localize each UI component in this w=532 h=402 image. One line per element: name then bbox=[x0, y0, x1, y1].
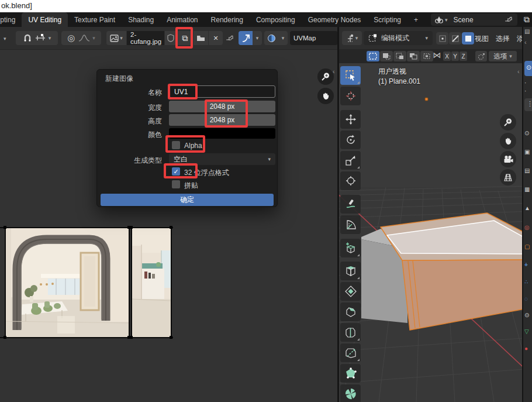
mirror-icon[interactable]: ⋈ bbox=[433, 50, 441, 60]
uv-zoom-button[interactable] bbox=[317, 68, 334, 85]
uv-image-right-pane[interactable] bbox=[132, 228, 171, 337]
tiled-checkbox[interactable] bbox=[172, 180, 180, 188]
properties-tab-output[interactable]: ▤ bbox=[524, 167, 530, 174]
tool-bevel[interactable] bbox=[340, 303, 361, 321]
viewport-ortho-button[interactable] bbox=[500, 169, 516, 185]
tool-select-box[interactable] bbox=[340, 66, 361, 85]
select-mode-edge[interactable] bbox=[449, 32, 461, 44]
tool-annotate[interactable] bbox=[340, 195, 361, 214]
properties-collapse[interactable]: ‹ bbox=[524, 39, 527, 46]
mirror-y-button[interactable]: Y bbox=[451, 51, 459, 61]
add-menu[interactable]: 添加 bbox=[517, 34, 522, 44]
select-mode-intersect[interactable] bbox=[420, 51, 433, 61]
select-mode-vertex[interactable] bbox=[436, 32, 448, 44]
snap-widget[interactable]: ▾ bbox=[16, 31, 58, 45]
tab-uv-editing[interactable]: UV Editing bbox=[22, 12, 68, 27]
uv-image-left-pane[interactable] bbox=[6, 228, 129, 337]
properties-tab-active-tool[interactable]: ⊙ bbox=[524, 61, 532, 76]
editor-divider[interactable] bbox=[337, 27, 339, 402]
tab-geometry-nodes[interactable]: Geometry Nodes bbox=[302, 12, 368, 27]
mirror-x-button[interactable]: X bbox=[443, 51, 451, 61]
channels-chevron-button[interactable]: ▾ bbox=[278, 31, 288, 45]
tool-scale[interactable] bbox=[340, 151, 361, 170]
tool-rotate[interactable] bbox=[340, 130, 361, 149]
fake-user-button[interactable] bbox=[165, 31, 177, 45]
properties-tab-view-layer[interactable]: ▦ bbox=[524, 186, 530, 193]
tab-rendering[interactable]: Rendering bbox=[205, 12, 250, 27]
scale-icon bbox=[346, 155, 356, 166]
uv-sidebar-collapse[interactable]: ‹ bbox=[333, 68, 335, 75]
tool-move[interactable] bbox=[340, 110, 361, 129]
properties-tab-world[interactable]: ◎ bbox=[524, 224, 530, 231]
new-scene-copy-icon[interactable]: ⧉ bbox=[524, 15, 530, 25]
tool-add-cube[interactable] bbox=[340, 239, 361, 257]
tool-spin[interactable] bbox=[340, 384, 361, 402]
mode-dropdown[interactable]: 编辑模式 ▾ bbox=[364, 31, 433, 45]
options-dropdown[interactable]: 选项 ▾ bbox=[489, 51, 517, 61]
select-mode-invert[interactable] bbox=[407, 51, 420, 61]
view-menu[interactable]: 视图 bbox=[475, 34, 489, 44]
tool-cursor[interactable] bbox=[340, 87, 361, 105]
properties-tab-secondary[interactable]: ⋮ bbox=[524, 98, 532, 111]
ok-button[interactable]: 确定 bbox=[101, 194, 274, 206]
pin-icon[interactable] bbox=[503, 13, 516, 26]
transform-orientation-widget[interactable]: ▾ bbox=[342, 31, 362, 45]
mirror-z-button[interactable]: Z bbox=[460, 51, 467, 61]
navigation-gizmo[interactable]: Z Y X bbox=[465, 63, 522, 119]
uv-snap-toggle[interactable] bbox=[239, 31, 253, 45]
select-mode-extend[interactable] bbox=[380, 51, 393, 61]
tool-inset-faces[interactable] bbox=[340, 282, 361, 301]
tool-loop-cut[interactable] bbox=[340, 323, 361, 342]
properties-tab-data[interactable]: ▽ bbox=[524, 328, 529, 335]
display-channels-button[interactable] bbox=[264, 31, 278, 45]
properties-tab-physics[interactable]: ◌ bbox=[524, 296, 528, 302]
open-image-button[interactable] bbox=[194, 31, 208, 45]
viewport-zoom-button[interactable] bbox=[500, 114, 516, 130]
tool-knife[interactable] bbox=[340, 343, 361, 362]
select-menu[interactable]: 选择 bbox=[496, 34, 510, 44]
snap-dropdown-chevron[interactable]: ▾ bbox=[49, 35, 51, 41]
scene-name[interactable]: Scene bbox=[454, 16, 505, 24]
uv-snap-chevron-button[interactable]: ▾ bbox=[253, 31, 262, 45]
uvmap-field[interactable]: UVMap bbox=[290, 31, 338, 45]
properties-tab-tool[interactable]: ⊙ bbox=[524, 130, 529, 136]
properties-tab-constraints[interactable]: ⊝ bbox=[524, 312, 529, 318]
properties-tab-particles[interactable]: ∴ bbox=[524, 279, 528, 285]
proportional-edit-widget[interactable]: ◎ ▾ bbox=[61, 31, 101, 45]
tab-shading[interactable]: Shading bbox=[122, 12, 160, 27]
tool-extrude-region[interactable] bbox=[340, 262, 361, 280]
pin-image-icon[interactable] bbox=[224, 32, 237, 46]
tab-texture-paint[interactable]: Texture Paint bbox=[68, 12, 122, 27]
tab-add-workspace[interactable]: + bbox=[407, 12, 424, 27]
viewport-camera-button[interactable] bbox=[500, 151, 516, 167]
falloff-dropdown-chevron[interactable]: ▾ bbox=[92, 35, 95, 41]
generated-type-chevron: ▾ bbox=[268, 156, 271, 162]
image-name-field[interactable]: 2-cufang.jpg bbox=[127, 31, 164, 45]
tab-scripting[interactable]: Scripting bbox=[367, 12, 407, 27]
unlink-image-button[interactable]: ✕ bbox=[209, 31, 223, 45]
scene-dropdown-chevron[interactable]: ▾ bbox=[445, 17, 448, 23]
uv-pan-button[interactable] bbox=[317, 88, 334, 104]
select-mode-subtract[interactable] bbox=[393, 51, 406, 61]
tool-transform[interactable] bbox=[340, 171, 361, 190]
editor-type-chevron[interactable]: ▾ bbox=[4, 36, 6, 42]
tool-measure[interactable] bbox=[340, 215, 361, 234]
properties-tab-material[interactable]: ● bbox=[524, 345, 528, 352]
tab-animation[interactable]: Animation bbox=[160, 12, 204, 27]
select-mode-face[interactable] bbox=[462, 32, 474, 44]
proportional-falloff-button[interactable] bbox=[475, 51, 487, 61]
viewport-3d[interactable]: 用户透视 (1) Plane.001 ‹ Z Y X bbox=[339, 63, 522, 402]
browse-image-chevron[interactable]: ▾ bbox=[120, 35, 123, 41]
viewport-pan-button[interactable] bbox=[500, 133, 516, 149]
browse-image-button[interactable]: ▾ bbox=[106, 31, 126, 45]
tool-poly-build[interactable] bbox=[340, 364, 361, 383]
scene-selector[interactable]: ▾ Scene bbox=[431, 13, 517, 26]
properties-tab-modifiers[interactable]: + bbox=[524, 262, 528, 268]
properties-tab-render[interactable]: ▣ bbox=[524, 149, 530, 155]
select-mode-new[interactable] bbox=[367, 51, 379, 61]
properties-editor-type-icon[interactable]: ▤ bbox=[524, 28, 530, 35]
tab-sculpting[interactable]: Sculpting bbox=[0, 12, 22, 27]
properties-tab-scene[interactable]: ▲ bbox=[524, 205, 530, 211]
properties-tab-object[interactable]: ▢ bbox=[524, 243, 530, 250]
tab-compositing[interactable]: Compositing bbox=[250, 12, 302, 27]
